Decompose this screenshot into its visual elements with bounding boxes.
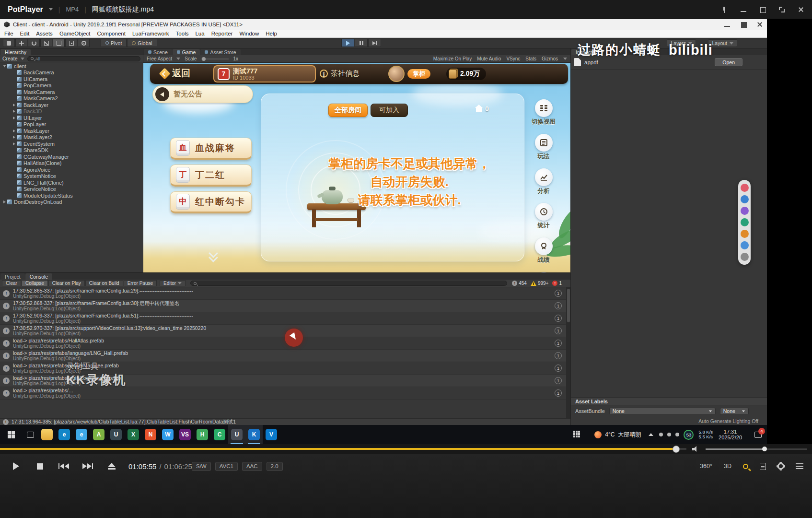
menu-item[interactable]: Window bbox=[236, 31, 262, 36]
global-button[interactable]: Global bbox=[127, 39, 157, 47]
game-mode-button-dingerhong[interactable]: 丁 丁二红 bbox=[170, 165, 252, 187]
hierarchy-item[interactable]: Back3D bbox=[0, 108, 143, 115]
security-tray-badge[interactable]: 53 bbox=[684, 430, 694, 440]
expand-arrow-icon[interactable] bbox=[12, 142, 16, 145]
fullscreen-icon[interactable] bbox=[778, 6, 785, 13]
menu-item[interactable]: Help bbox=[262, 31, 280, 36]
expand-arrow-icon[interactable] bbox=[2, 65, 7, 68]
pin-icon[interactable] bbox=[721, 6, 728, 13]
create-button[interactable]: Create bbox=[2, 56, 18, 61]
console-log-row[interactable]: ! 17:30:52.909-337: [plaza/src/frame/Fra… bbox=[0, 312, 570, 325]
aspect-dropdown[interactable]: Free Aspect bbox=[147, 56, 172, 61]
unity-statusbar[interactable]: ! 17:31:13.964-385: [plaza/src/view/club… bbox=[0, 418, 570, 425]
maximize-icon[interactable] bbox=[759, 6, 766, 13]
console-button[interactable]: Collapse bbox=[22, 280, 48, 286]
task-view-button[interactable] bbox=[22, 425, 38, 444]
step-button[interactable] bbox=[368, 39, 381, 47]
taskbar-app-button[interactable]: N bbox=[142, 425, 159, 444]
potplayer-logo[interactable]: PotPlayer bbox=[8, 5, 43, 14]
hierarchy-item[interactable]: MaskCamera2 bbox=[0, 95, 143, 102]
console-log-row[interactable]: ! 17:30:52.868-337: [plaza/src/frame/Fra… bbox=[0, 300, 570, 312]
side-tool-icon[interactable] bbox=[741, 230, 749, 238]
console-button[interactable]: Clear bbox=[2, 280, 21, 286]
open-button[interactable]: Open bbox=[715, 58, 742, 66]
view-tab[interactable]: Game bbox=[173, 49, 200, 55]
maximize-icon[interactable] bbox=[740, 21, 747, 28]
side-tool-icon[interactable] bbox=[741, 207, 749, 215]
hierarchy-item[interactable]: PopLayer bbox=[0, 121, 143, 128]
taskbar-app-button[interactable]: V bbox=[263, 425, 280, 444]
hierarchy-item[interactable]: BackLayer bbox=[0, 102, 143, 108]
minimize-icon[interactable] bbox=[740, 6, 747, 13]
tab-all-rooms[interactable]: 全部房间 bbox=[328, 104, 368, 117]
menu-item[interactable]: Reporter bbox=[208, 31, 236, 36]
hierarchy-item[interactable]: PopCamera bbox=[0, 82, 143, 89]
tray-shield-icon[interactable] bbox=[659, 433, 663, 436]
menu-item[interactable]: File bbox=[1, 31, 17, 36]
console-button[interactable]: Clear on Build bbox=[85, 280, 123, 286]
menu-hamburger-icon[interactable] bbox=[796, 463, 803, 469]
game-mode-button-xuezhan[interactable]: 血 血战麻将 bbox=[170, 138, 252, 160]
taskbar-app-button[interactable]: A bbox=[90, 425, 107, 444]
menu-item[interactable]: Tools bbox=[173, 31, 192, 36]
settings-gear-icon[interactable] bbox=[777, 463, 784, 470]
hierarchy-item[interactable]: MaskLayer2 bbox=[0, 134, 143, 141]
error-count[interactable]: !1 bbox=[552, 281, 562, 286]
console-search-input[interactable] bbox=[190, 281, 507, 286]
view-tab[interactable]: Scene bbox=[144, 49, 172, 55]
taskbar-app-button[interactable]: e bbox=[73, 425, 90, 444]
warning-count[interactable]: 999+ bbox=[531, 281, 549, 286]
notice-marquee[interactable]: 暂无公告 bbox=[152, 85, 253, 103]
taskbar-app-button[interactable]: U bbox=[107, 425, 125, 444]
hierarchy-item[interactable]: DontDestroyOnLoad bbox=[0, 199, 143, 206]
side-tool-icon[interactable] bbox=[741, 195, 749, 203]
hierarchy-item[interactable]: BackCamera bbox=[0, 70, 143, 76]
vr-360-button[interactable]: 360° bbox=[700, 463, 712, 470]
game-option-toggle[interactable]: Maximize On Play bbox=[433, 56, 472, 61]
game-option-toggle[interactable]: Gizmos bbox=[542, 56, 558, 61]
pivot-button[interactable]: Pivot bbox=[101, 39, 127, 47]
menu-item[interactable]: LuaFramework bbox=[129, 31, 173, 36]
room-card-balance[interactable]: 2.09万 bbox=[446, 68, 486, 80]
action-center-button[interactable]: 4 bbox=[749, 425, 767, 444]
rect-tool-icon[interactable] bbox=[53, 39, 65, 47]
hierarchy-item[interactable]: AgoraVoice bbox=[0, 166, 143, 173]
game-option-toggle[interactable]: Mute Audio bbox=[477, 56, 501, 61]
scroll-down-chevron-icon[interactable] bbox=[209, 250, 220, 262]
minimize-icon[interactable] bbox=[724, 21, 731, 28]
taskbar-app-button[interactable]: e bbox=[56, 425, 73, 444]
console-log-row[interactable]: ! load-> plaza/res/prefabs/… UnityEngine… bbox=[0, 387, 570, 400]
side-tool-icon[interactable] bbox=[741, 241, 749, 249]
potplayer-menu-chevron-icon[interactable] bbox=[49, 8, 53, 11]
asset-labels-header[interactable]: Asset Labels bbox=[571, 397, 767, 405]
menu-item[interactable]: Edit bbox=[17, 31, 33, 36]
play-button[interactable] bbox=[6, 457, 26, 475]
hierarchy-item[interactable]: UILayer bbox=[0, 115, 143, 121]
side-tool-icon[interactable] bbox=[741, 218, 749, 226]
club-detail-button[interactable]: i 茶社信息 bbox=[320, 69, 360, 78]
playlist-icon[interactable] bbox=[760, 463, 766, 470]
taskbar-app-button[interactable]: U bbox=[228, 425, 245, 444]
expand-arrow-icon[interactable] bbox=[2, 200, 7, 203]
seek-bar[interactable] bbox=[0, 448, 686, 450]
view-tab[interactable]: Asset Store bbox=[200, 49, 240, 55]
zoom-search-icon[interactable] bbox=[743, 464, 748, 469]
expand-arrow-icon[interactable] bbox=[12, 104, 16, 106]
weather-widget[interactable]: 4°C 大部晴朗 bbox=[594, 431, 641, 439]
close-icon[interactable] bbox=[798, 6, 804, 13]
hierarchy-search-input[interactable]: All bbox=[27, 56, 140, 61]
console-scrollbar[interactable] bbox=[566, 287, 570, 418]
tab-project[interactable]: Project bbox=[0, 273, 25, 280]
side-tool-icon[interactable] bbox=[741, 184, 749, 192]
expand-arrow-icon[interactable] bbox=[12, 136, 16, 139]
hierarchy-item[interactable]: client bbox=[0, 63, 143, 70]
menu-item[interactable]: Assets bbox=[33, 31, 56, 36]
tray-expand-icon[interactable] bbox=[649, 433, 653, 436]
expand-arrow-icon[interactable] bbox=[12, 130, 16, 132]
rect-transform-tool-icon[interactable] bbox=[65, 39, 77, 47]
volume-slider[interactable] bbox=[706, 448, 807, 450]
hierarchy-item[interactable]: MaskLayer bbox=[0, 128, 143, 134]
eject-button[interactable] bbox=[102, 457, 122, 475]
aspect-chevron-icon[interactable] bbox=[176, 58, 180, 60]
start-button[interactable] bbox=[0, 425, 22, 444]
